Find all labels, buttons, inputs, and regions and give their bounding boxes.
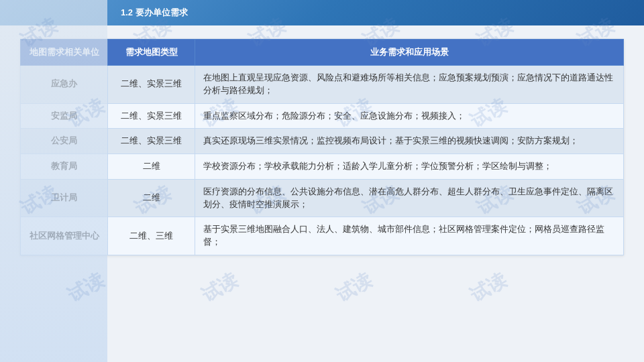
table-row: 社区网格管理中心二维、三维基于实景三维地图融合人口、法人、建筑物、城市部件信息；… — [21, 217, 624, 255]
left-decorative-panel — [0, 0, 107, 362]
table-header-row: 地图需求相关单位 需求地图类型 业务需求和应用场景 — [21, 40, 624, 66]
requirements-table: 地图需求相关单位 需求地图类型 业务需求和应用场景 应急办二维、实景三维在地图上… — [20, 39, 624, 255]
header-title: 1.2 要办单位需求 — [121, 7, 188, 19]
cell-business: 学校资源分布；学校承载能力分析；适龄入学儿童分析；学位预警分析；学区绘制与调整； — [195, 154, 624, 180]
cell-type: 二维、三维 — [108, 217, 195, 255]
cell-business: 基于实景三维地图融合人口、法人、建筑物、城市部件信息；社区网格管理案件定位；网格… — [195, 217, 624, 255]
cell-type: 二维、实景三维 — [108, 129, 195, 154]
table-row: 公安局二维、实景三维真实还原现场三维实景情况；监控视频布局设计；基于实景三维的视… — [21, 129, 624, 154]
cell-business: 在地图上直观呈现应急资源、风险点和避难场所等相关信息；应急预案规划预演；应急情况… — [195, 66, 624, 104]
col-header-business: 业务需求和应用场景 — [195, 40, 624, 66]
cell-business: 真实还原现场三维实景情况；监控视频布局设计；基于实景三维的视频快速调阅；安防方案… — [195, 129, 624, 154]
table-row: 卫计局二维医疗资源的分布信息、公共设施分布信息、潜在高危人群分布、超生人群分布、… — [21, 179, 624, 217]
table-row: 教育局二维学校资源分布；学校承载能力分析；适龄入学儿童分析；学位预警分析；学区绘… — [21, 154, 624, 180]
cell-type: 二维 — [108, 154, 195, 180]
cell-type: 二维 — [108, 179, 195, 217]
table-row: 应急办二维、实景三维在地图上直观呈现应急资源、风险点和避难场所等相关信息；应急预… — [21, 66, 624, 104]
watermark-text: 试读 — [466, 267, 511, 308]
col-header-type: 需求地图类型 — [108, 40, 195, 66]
cell-business: 医疗资源的分布信息、公共设施分布信息、潜在高危人群分布、超生人群分布、卫生应急事… — [195, 179, 624, 217]
table-row: 安监局二维、实景三维重点监察区域分布；危险源分布；安全、应急设施分布；视频接入； — [21, 103, 624, 129]
watermark-text: 试读 — [331, 267, 376, 308]
cell-type: 二维、实景三维 — [108, 103, 195, 129]
cell-type: 二维、实景三维 — [108, 66, 195, 104]
watermark-text: 试读 — [197, 267, 242, 308]
cell-business: 重点监察区域分布；危险源分布；安全、应急设施分布；视频接入； — [195, 103, 624, 129]
